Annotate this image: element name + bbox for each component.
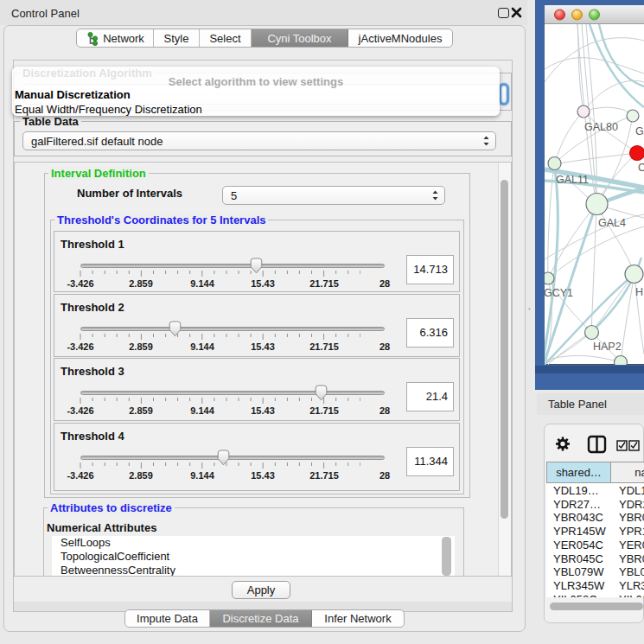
svg-text:C: C [638, 162, 644, 174]
svg-text:GCY1: GCY1 [545, 287, 573, 299]
svg-text:GAL11: GAL11 [556, 174, 589, 186]
svg-text:GAL80: GAL80 [584, 121, 618, 133]
svg-text:GA: GA [635, 125, 644, 137]
svg-text:GAL4: GAL4 [598, 217, 626, 229]
svg-text:HAP2: HAP2 [593, 341, 622, 353]
svg-text:H: H [635, 286, 643, 298]
